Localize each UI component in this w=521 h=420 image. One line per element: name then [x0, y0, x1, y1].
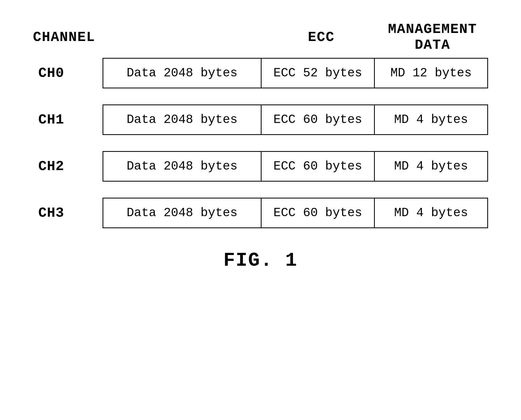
figure-label: FIG. 1 [33, 250, 488, 272]
channel-rows: CH0 Data 2048 bytes ECC 52 bytes MD 12 b… [33, 58, 488, 228]
diagram-container: CHANNEL ECC MANAGEMENT DATA CH0 Data 204… [33, 16, 488, 272]
channel-row-ch1: CH1 Data 2048 bytes ECC 60 bytes MD 4 by… [33, 104, 488, 135]
cell-data-ch3: Data 2048 bytes [103, 198, 262, 227]
ecc-header: ECC [266, 29, 377, 45]
cell-md-ch0: MD 12 bytes [375, 59, 487, 88]
cell-md-ch2: MD 4 bytes [375, 152, 487, 181]
header-row: CHANNEL ECC MANAGEMENT DATA [33, 21, 488, 53]
cell-data-ch2: Data 2048 bytes [103, 152, 262, 181]
channel-cells-ch0: Data 2048 bytes ECC 52 bytes MD 12 bytes [103, 58, 488, 88]
channel-cells-ch1: Data 2048 bytes ECC 60 bytes MD 4 bytes [103, 104, 488, 135]
channel-label-ch3: CH3 [33, 205, 103, 221]
channel-row-ch3: CH3 Data 2048 bytes ECC 60 bytes MD 4 by… [33, 198, 488, 228]
channel-cells-ch2: Data 2048 bytes ECC 60 bytes MD 4 bytes [103, 151, 488, 182]
channel-label-ch2: CH2 [33, 159, 103, 174]
cell-data-ch1: Data 2048 bytes [103, 105, 262, 134]
channel-header: CHANNEL [33, 29, 103, 45]
management-header: MANAGEMENT DATA [377, 21, 488, 53]
channel-label-ch0: CH0 [33, 65, 103, 81]
channel-label-ch1: CH1 [33, 112, 103, 128]
cell-data-ch0: Data 2048 bytes [103, 59, 262, 88]
cell-ecc-ch1: ECC 60 bytes [262, 105, 375, 134]
channel-row-ch0: CH0 Data 2048 bytes ECC 52 bytes MD 12 b… [33, 58, 488, 88]
channel-cells-ch3: Data 2048 bytes ECC 60 bytes MD 4 bytes [103, 198, 488, 228]
cell-md-ch1: MD 4 bytes [375, 105, 487, 134]
cell-ecc-ch3: ECC 60 bytes [262, 198, 375, 227]
cell-ecc-ch2: ECC 60 bytes [262, 152, 375, 181]
cell-md-ch3: MD 4 bytes [375, 198, 487, 227]
channel-row-ch2: CH2 Data 2048 bytes ECC 60 bytes MD 4 by… [33, 151, 488, 182]
cell-ecc-ch0: ECC 52 bytes [262, 59, 375, 88]
